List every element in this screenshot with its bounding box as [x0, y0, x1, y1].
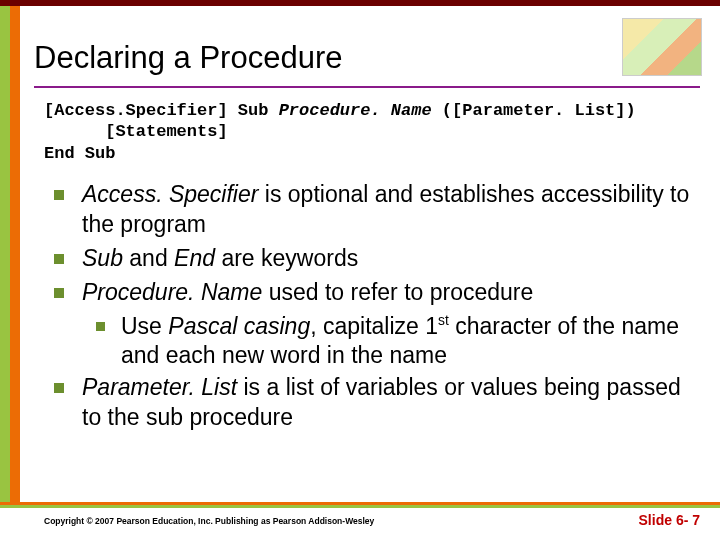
- bullet-icon: [54, 288, 64, 298]
- bullet-item: Parameter. List is a list of variables o…: [54, 373, 690, 433]
- header: Declaring a Procedure: [34, 40, 700, 88]
- slide-number: Slide 6- 7: [639, 512, 700, 528]
- code-l2: [Statements]: [44, 122, 228, 141]
- slide-title: Declaring a Procedure: [34, 40, 700, 82]
- bullet-icon: [96, 322, 105, 331]
- bullet-text: Sub and End are keywords: [82, 244, 358, 274]
- bullet-text: Parameter. List is a list of variables o…: [82, 373, 690, 433]
- sub-bullet-text: Use Pascal casing, capitalize 1st charac…: [121, 312, 690, 372]
- bullet-icon: [54, 190, 64, 200]
- code-l1a: [Access.Specifier] Sub: [44, 101, 279, 120]
- bullet-item: Procedure. Name used to refer to procedu…: [54, 278, 690, 308]
- top-accent-bar: [0, 0, 720, 6]
- bullet-list: Access. Specifier is optional and establ…: [54, 180, 690, 437]
- footer-stripe-green: [0, 505, 720, 508]
- copyright-text: Copyright © 2007 Pearson Education, Inc.…: [44, 516, 374, 526]
- bullet-icon: [54, 383, 64, 393]
- title-underline: [34, 86, 700, 88]
- code-l3: End Sub: [44, 144, 115, 163]
- sub-bullet-item: Use Pascal casing, capitalize 1st charac…: [96, 312, 690, 372]
- code-block: [Access.Specifier] Sub Procedure. Name (…: [44, 100, 700, 164]
- left-stripe-orange: [10, 6, 20, 502]
- bullet-icon: [54, 254, 64, 264]
- bullet-text: Procedure. Name used to refer to procedu…: [82, 278, 533, 308]
- code-l1c: ([Parameter. List]): [432, 101, 636, 120]
- left-stripe-green: [0, 6, 10, 502]
- code-l1b: Procedure. Name: [279, 101, 432, 120]
- bullet-text: Access. Specifier is optional and establ…: [82, 180, 690, 240]
- bullet-item: Sub and End are keywords: [54, 244, 690, 274]
- footer: Copyright © 2007 Pearson Education, Inc.…: [0, 502, 720, 540]
- bullet-item: Access. Specifier is optional and establ…: [54, 180, 690, 240]
